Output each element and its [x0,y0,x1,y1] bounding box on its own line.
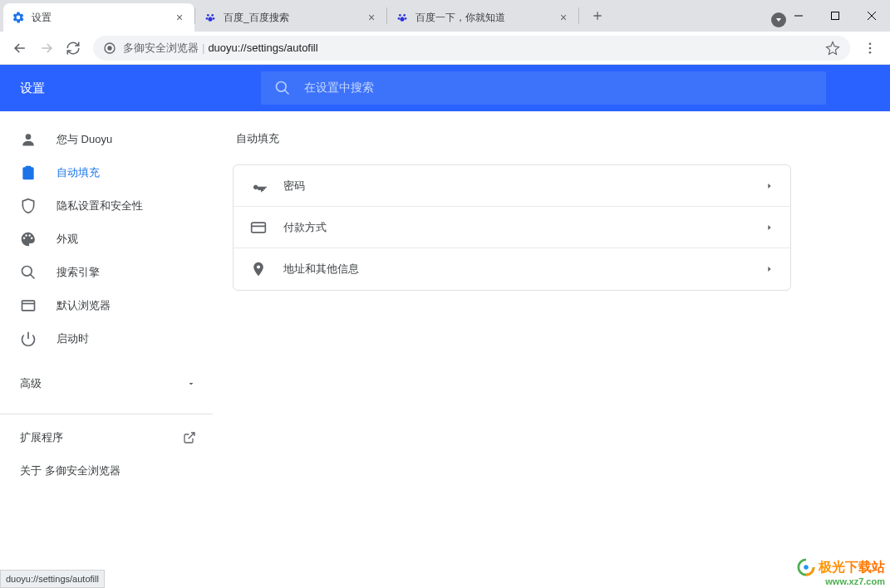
tab-separator [578,7,579,24]
watermark-logo-icon [797,558,815,576]
sidebar-item-label: 您与 Duoyu [57,132,112,147]
tab-title: 百度一下，你就知道 [415,11,552,25]
sidebar-item-on-startup[interactable]: 启动时 [0,322,213,355]
site-info-icon[interactable] [103,42,116,55]
sidebar-item-label: 自动填充 [57,165,100,180]
svg-point-17 [22,267,32,277]
svg-point-0 [207,14,209,17]
svg-point-5 [403,14,406,17]
chevron-right-icon [765,182,774,190]
forward-button[interactable] [33,35,60,61]
window-icon [20,297,37,314]
baidu-icon [204,11,217,24]
bookmark-button[interactable] [825,41,840,56]
tab-settings[interactable]: 设置 × [3,3,194,32]
magnify-icon [20,264,37,281]
sidebar-item-label: 高级 [20,376,42,391]
svg-point-14 [277,82,287,92]
chevron-right-icon [765,265,774,273]
close-icon[interactable]: × [365,11,378,24]
sidebar-item-about[interactable]: 关于 多御安全浏览器 [0,454,213,488]
row-payment-methods[interactable]: 付款方式 [234,207,790,248]
page-title: 设置 [20,81,45,96]
sidebar-item-search-engine[interactable]: 搜索引擎 [0,256,213,289]
menu-button[interactable] [857,35,883,61]
svg-point-11 [869,42,872,45]
chevron-right-icon [765,223,774,232]
section-title: 自动填充 [236,131,791,146]
tab-baidu-home[interactable]: 百度一下，你就知道 × [387,3,578,32]
baidu-icon [396,11,409,24]
window-controls [780,0,890,32]
maximize-button[interactable] [817,3,853,28]
watermark: 极光下载站 www.xz7.com [797,558,885,586]
sidebar-item-label: 外观 [57,232,78,247]
svg-rect-20 [252,223,266,233]
sidebar-item-you-and-duoyu[interactable]: 您与 Duoyu [0,123,213,156]
row-label: 密码 [283,179,765,194]
close-window-button[interactable] [853,3,890,28]
browser-toolbar: 多御安全浏览器 | duoyu://settings/autofill [0,32,890,65]
tab-title: 设置 [32,11,168,25]
sidebar-item-label: 扩展程序 [20,430,63,445]
close-icon[interactable]: × [557,11,570,24]
watermark-url: www.xz7.com [797,576,885,586]
status-bar: duoyu://settings/autofill [0,570,105,588]
shield-icon [20,198,37,214]
autofill-card: 密码 付款方式 地址和其他信息 [233,164,791,291]
svg-point-2 [206,17,209,20]
row-addresses[interactable]: 地址和其他信息 [234,248,790,290]
svg-point-1 [211,14,214,17]
svg-rect-18 [22,301,35,311]
svg-point-3 [213,17,215,20]
svg-point-21 [804,565,809,570]
external-link-icon [183,431,196,444]
search-placeholder: 在设置中搜索 [304,81,374,96]
tab-strip: 设置 × 百度_百度搜索 × 百度一下，你就知道 × [0,0,890,32]
settings-search-input[interactable]: 在设置中搜索 [261,71,826,105]
close-icon[interactable]: × [173,11,186,24]
address-bar[interactable]: 多御安全浏览器 | duoyu://settings/autofill [93,36,850,61]
clipboard-icon [20,164,37,181]
sidebar-item-label: 搜索引擎 [57,265,100,280]
status-text: duoyu://settings/autofill [6,574,99,584]
svg-point-19 [254,182,257,184]
settings-content: 自动填充 密码 付款方式 [213,111,811,588]
tab-baidu-search[interactable]: 百度_百度搜索 × [195,3,386,32]
site-label: 多御安全浏览器 [123,41,199,56]
url-text: duoyu://settings/autofill [208,42,317,54]
key-icon [250,178,267,194]
new-tab-button[interactable] [586,4,609,27]
gear-icon [12,11,25,24]
svg-point-12 [869,47,872,49]
main-layout: 您与 Duoyu 自动填充 隐私设置和安全性 外观 搜索引擎 [0,111,890,588]
minimize-button[interactable] [780,3,817,28]
sidebar-item-privacy[interactable]: 隐私设置和安全性 [0,189,213,223]
sidebar-divider [0,414,213,414]
watermark-text: 极光下载站 [819,559,885,576]
reload-button[interactable] [60,35,86,61]
sidebar-item-extensions[interactable]: 扩展程序 [0,421,213,454]
tab-title: 百度_百度搜索 [224,11,360,25]
row-passwords[interactable]: 密码 [234,165,790,207]
sidebar-item-appearance[interactable]: 外观 [0,223,213,256]
sidebar-item-label: 启动时 [57,331,89,346]
location-icon [250,261,267,277]
chevron-down-icon [186,379,196,389]
search-icon [274,80,291,96]
card-icon [250,219,267,236]
back-button[interactable] [7,35,33,61]
sidebar-item-label: 默认浏览器 [57,298,111,313]
row-label: 地址和其他信息 [283,262,765,277]
power-icon [20,331,37,347]
settings-header: 设置 在设置中搜索 [0,65,890,111]
svg-point-15 [26,134,32,140]
svg-point-13 [869,51,872,53]
sidebar-item-advanced[interactable]: 高级 [0,367,213,400]
address-separator: | [202,42,204,54]
sidebar-item-default-browser[interactable]: 默认浏览器 [0,289,213,322]
row-label: 付款方式 [283,220,765,235]
sidebar-item-autofill[interactable]: 自动填充 [0,156,213,189]
sidebar-item-label: 关于 多御安全浏览器 [20,463,120,478]
svg-rect-16 [26,166,32,169]
